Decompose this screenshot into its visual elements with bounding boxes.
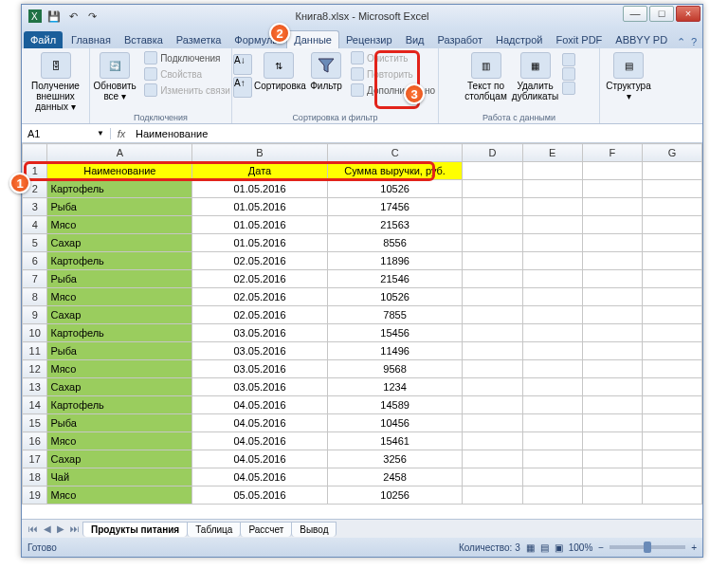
- cell[interactable]: 05.05.2016: [192, 486, 328, 505]
- cell[interactable]: [463, 450, 522, 468]
- redo-icon[interactable]: ↷: [84, 9, 100, 24]
- cell[interactable]: [463, 396, 522, 414]
- refresh-all-button[interactable]: 🔄 Обновить все ▾: [89, 50, 140, 101]
- filter-button[interactable]: Фильтр: [305, 50, 347, 91]
- cell[interactable]: [582, 288, 642, 306]
- cell[interactable]: [522, 450, 582, 468]
- cell[interactable]: [582, 180, 642, 198]
- cell[interactable]: 04.05.2016: [192, 468, 328, 486]
- cell[interactable]: [463, 252, 522, 270]
- minimize-ribbon-icon[interactable]: ⌃: [677, 36, 685, 48]
- cell[interactable]: Рыба: [47, 342, 192, 360]
- cell[interactable]: 7855: [327, 306, 463, 324]
- sheet-tab[interactable]: Таблица: [187, 522, 241, 537]
- col-header[interactable]: G: [642, 144, 701, 162]
- cell[interactable]: [522, 306, 582, 324]
- sort-asc-icon[interactable]: A↓: [233, 54, 252, 75]
- cell[interactable]: [642, 180, 701, 198]
- row-header[interactable]: 9: [23, 306, 47, 324]
- cell[interactable]: [642, 270, 701, 288]
- cell[interactable]: [522, 216, 582, 234]
- row-header[interactable]: 8: [23, 288, 47, 306]
- cell[interactable]: 03.05.2016: [192, 342, 328, 360]
- cell[interactable]: [463, 198, 522, 216]
- help-icon[interactable]: ?: [691, 36, 697, 48]
- row-header[interactable]: 5: [23, 234, 47, 252]
- cell[interactable]: [463, 378, 522, 396]
- cell[interactable]: [522, 234, 582, 252]
- cell[interactable]: [642, 450, 701, 468]
- cell[interactable]: [642, 252, 701, 270]
- cell[interactable]: [463, 342, 522, 360]
- cell[interactable]: [522, 378, 582, 396]
- whatif-icon[interactable]: [562, 82, 575, 95]
- cell[interactable]: [463, 180, 522, 198]
- cell[interactable]: [582, 468, 642, 486]
- cell[interactable]: 02.05.2016: [192, 270, 328, 288]
- tab-abbyy[interactable]: ABBYY PD: [609, 31, 674, 48]
- cell[interactable]: 11496: [327, 342, 463, 360]
- cell[interactable]: [642, 360, 701, 378]
- name-box[interactable]: A1▼: [22, 128, 111, 139]
- sheet-nav-last-icon[interactable]: ⏭: [67, 523, 82, 534]
- cell[interactable]: [642, 486, 701, 505]
- cell[interactable]: 04.05.2016: [192, 396, 328, 414]
- maximize-button[interactable]: □: [649, 6, 674, 22]
- col-header[interactable]: C: [327, 144, 463, 162]
- zoom-level[interactable]: 100%: [569, 542, 593, 553]
- cell[interactable]: [582, 324, 642, 342]
- cell[interactable]: Картофель: [47, 324, 192, 342]
- sheet-area[interactable]: A B C D E F G 1 Наименование Дата Сумма …: [22, 143, 702, 519]
- cell[interactable]: [642, 198, 701, 216]
- formula-input[interactable]: Наименование: [132, 128, 702, 139]
- cell[interactable]: [582, 342, 642, 360]
- tab-data[interactable]: Данные: [286, 30, 339, 48]
- cell[interactable]: Дата: [192, 162, 328, 180]
- col-header[interactable]: B: [192, 144, 328, 162]
- cell[interactable]: 02.05.2016: [192, 288, 328, 306]
- cell[interactable]: Мясо: [47, 288, 192, 306]
- cell[interactable]: 15461: [327, 432, 463, 450]
- sheet-nav-first-icon[interactable]: ⏮: [26, 523, 41, 534]
- cell[interactable]: Картофель: [47, 180, 192, 198]
- cell[interactable]: Картофель: [47, 252, 192, 270]
- chevron-down-icon[interactable]: ▼: [97, 129, 104, 138]
- sheet-tab[interactable]: Продукты питания: [82, 522, 188, 537]
- cell[interactable]: [582, 306, 642, 324]
- cell[interactable]: [522, 486, 582, 505]
- cell[interactable]: [582, 216, 642, 234]
- cell[interactable]: [522, 414, 582, 432]
- reapply-button[interactable]: Повторить: [349, 66, 437, 82]
- cell[interactable]: [582, 198, 642, 216]
- tab-home[interactable]: Главная: [64, 31, 118, 48]
- cell[interactable]: [463, 162, 522, 180]
- col-header[interactable]: E: [522, 144, 582, 162]
- cell[interactable]: Мясо: [47, 216, 192, 234]
- cell[interactable]: [642, 234, 701, 252]
- zoom-slider[interactable]: [610, 545, 685, 549]
- row-header[interactable]: 6: [23, 252, 47, 270]
- tab-file[interactable]: Файл: [24, 31, 63, 48]
- cell[interactable]: Мясо: [47, 432, 192, 450]
- cell[interactable]: [522, 198, 582, 216]
- cell[interactable]: 10456: [327, 414, 463, 432]
- cell[interactable]: [642, 396, 701, 414]
- row-header[interactable]: 18: [23, 468, 47, 486]
- cell[interactable]: Наименование: [47, 162, 192, 180]
- cell[interactable]: Сахар: [47, 378, 192, 396]
- cell[interactable]: 10256: [327, 486, 463, 505]
- cell[interactable]: 3256: [327, 450, 463, 468]
- view-layout-icon[interactable]: ▤: [540, 542, 549, 553]
- cell[interactable]: 21546: [327, 270, 463, 288]
- cell[interactable]: [582, 414, 642, 432]
- edit-links-button[interactable]: Изменить связи: [142, 83, 232, 98]
- cell[interactable]: [463, 414, 522, 432]
- cell[interactable]: [642, 216, 701, 234]
- cell[interactable]: [582, 396, 642, 414]
- col-header[interactable]: D: [463, 144, 522, 162]
- cell[interactable]: [522, 270, 582, 288]
- cell[interactable]: 10526: [327, 288, 463, 306]
- sort-button[interactable]: ⇅ Сортировка: [254, 50, 303, 91]
- cell[interactable]: [522, 342, 582, 360]
- tab-view[interactable]: Вид: [399, 31, 431, 48]
